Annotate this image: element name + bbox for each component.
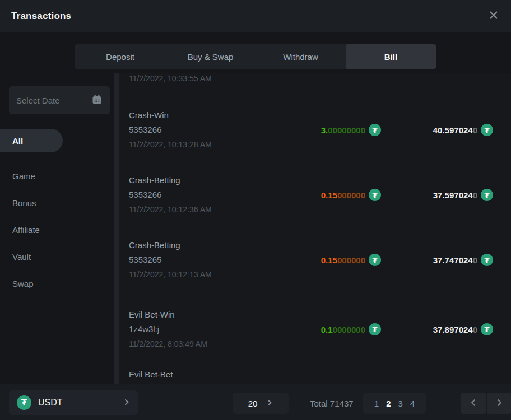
filter-sidebar: Select Date All Game Bonus Af xyxy=(0,73,114,384)
transaction-timestamp: 11/2/2022, 10:12:36 AM xyxy=(129,202,212,217)
transaction-row: Crash-Betting 5353265 11/2/2022, 10:12:1… xyxy=(119,238,511,282)
page-size-value: 20 xyxy=(248,399,258,408)
transaction-timestamp: 11/2/2022, 10:13:28 AM xyxy=(129,137,212,152)
currency-label: USDT xyxy=(38,398,123,408)
amount-significant: 3. xyxy=(321,125,328,135)
transaction-id: 5353265 xyxy=(129,253,161,267)
transaction-amount: 0.15000000 ₮ xyxy=(321,253,381,267)
sidebar-item-swap[interactable]: Swap xyxy=(0,270,114,297)
transaction-amount: 0.15000000 ₮ xyxy=(321,188,381,202)
amount-significant: 0.15 xyxy=(321,255,337,265)
sidebar-item-game[interactable]: Game xyxy=(0,162,114,189)
tether-icon: ₮ xyxy=(369,254,381,266)
balance-trailing-zeros: 0 xyxy=(473,325,477,334)
amount-trailing-zeros: 000000 xyxy=(337,190,365,200)
transaction-type-label: Evil Bet-Win xyxy=(129,307,175,322)
tether-icon: ₮ xyxy=(481,254,493,266)
tab-bill[interactable]: Bill xyxy=(346,44,436,69)
tether-icon: ₮ xyxy=(369,189,381,201)
close-button[interactable] xyxy=(486,8,501,23)
sidebar-item-affiliate[interactable]: Affiliate xyxy=(0,216,114,243)
tab-section: Deposit Buy & Swap Withdraw Bill xyxy=(0,32,511,73)
list-scrollbar[interactable] xyxy=(114,73,119,384)
select-date-label: Select Date xyxy=(16,96,91,105)
balance-significant: 40.597024 xyxy=(433,125,473,135)
transaction-time: 11/2/2022, 10:33:55 AM xyxy=(129,73,212,83)
account-balance: 40.5970240 ₮ xyxy=(433,123,493,137)
tab-deposit[interactable]: Deposit xyxy=(75,44,165,69)
currency-selector[interactable]: ₮ USDT xyxy=(9,390,138,415)
modal-header: Transactions xyxy=(0,0,511,32)
chevron-right-icon xyxy=(266,399,273,408)
transaction-list[interactable]: 11/2/2022, 10:33:55 AM Crash-Win 5353266… xyxy=(119,73,511,384)
tether-icon: ₮ xyxy=(369,323,381,335)
sidebar-item-vault[interactable]: Vault xyxy=(0,243,114,270)
account-balance: 37.7470240 ₮ xyxy=(433,253,493,267)
transaction-amount: 0.10000000 ₮ xyxy=(321,322,381,337)
balance-trailing-zeros: 0 xyxy=(473,190,477,200)
transaction-type-label: Crash-Betting xyxy=(129,238,180,253)
balance-significant: 37.597024 xyxy=(433,190,473,200)
transaction-id: 5353266 xyxy=(129,188,161,202)
tether-icon: ₮ xyxy=(369,124,381,136)
balance-significant: 37.747024 xyxy=(433,255,473,265)
account-balance: 37.8970240 ₮ xyxy=(433,322,493,337)
transactions-modal: Transactions Deposit Buy & Swap Withdraw… xyxy=(0,0,511,420)
transaction-row: Crash-Betting 5353266 11/2/2022, 10:12:3… xyxy=(119,173,511,217)
page-button-3[interactable]: 3 xyxy=(398,399,403,408)
sidebar-item-all[interactable]: All xyxy=(0,129,63,152)
transaction-row: Evil Bet-Win 1z4w3l:j 11/2/2022, 8:03:49… xyxy=(119,307,511,351)
chevron-right-icon xyxy=(123,399,130,407)
sidebar-item-label: All xyxy=(12,136,23,146)
tether-icon: ₮ xyxy=(481,189,493,201)
tether-icon: ₮ xyxy=(17,395,31,410)
chevron-right-icon xyxy=(495,399,503,408)
page-button-1[interactable]: 1 xyxy=(374,399,379,408)
next-page-button[interactable] xyxy=(487,393,511,414)
account-balance: 37.5970240 ₮ xyxy=(433,188,493,202)
transaction-id: 5353266 xyxy=(129,123,161,137)
transaction-row: Crash-Win 5353266 11/2/2022, 10:13:28 AM… xyxy=(119,108,511,152)
tab-buy-swap[interactable]: Buy & Swap xyxy=(165,44,256,69)
balance-significant: 37.897024 xyxy=(433,325,473,334)
transaction-id: 1z4w3l:j xyxy=(129,322,159,337)
calendar-icon xyxy=(91,94,103,107)
tab-bar: Deposit Buy & Swap Withdraw Bill xyxy=(75,44,436,69)
amount-trailing-zeros: 000000 xyxy=(337,255,365,265)
transaction-timestamp: 11/2/2022, 10:12:13 AM xyxy=(129,267,212,282)
tether-icon: ₮ xyxy=(481,124,493,136)
modal-title: Transactions xyxy=(11,0,71,32)
amount-significant: 0.1 xyxy=(321,325,333,334)
amount-significant: 0.15 xyxy=(321,190,337,200)
content-area: Select Date All Game Bonus Af xyxy=(0,73,511,384)
close-icon xyxy=(489,10,499,22)
page-button-4[interactable]: 4 xyxy=(410,399,415,408)
transaction-type-label: Evil Bet-Bet xyxy=(129,369,173,380)
page-button-2[interactable]: 2 xyxy=(386,399,391,408)
previous-page-button[interactable] xyxy=(461,393,486,414)
amount-trailing-zeros: 00000000 xyxy=(328,125,365,135)
select-date-button[interactable]: Select Date xyxy=(9,86,110,114)
balance-trailing-zeros: 0 xyxy=(473,255,477,265)
modal-footer: ₮ USDT 20 Total 71437 1 2 3 4 xyxy=(0,384,511,420)
transaction-amount: 3.00000000 ₮ xyxy=(321,123,381,137)
tether-icon: ₮ xyxy=(481,323,493,335)
transaction-timestamp: 11/2/2022, 8:03:49 AM xyxy=(129,337,207,351)
tab-withdraw[interactable]: Withdraw xyxy=(256,44,346,69)
transaction-type-label: Crash-Win xyxy=(129,108,169,123)
transaction-type-label: Crash-Betting xyxy=(129,173,180,188)
chevron-left-icon xyxy=(470,399,477,408)
filter-nav: All Game Bonus Affiliate Vault Swap xyxy=(0,129,114,297)
pagination: 1 2 3 4 xyxy=(363,393,426,414)
total-count-label: Total 71437 xyxy=(310,393,354,414)
page-size-selector[interactable]: 20 xyxy=(233,393,289,414)
sidebar-item-bonus[interactable]: Bonus xyxy=(0,189,114,216)
balance-trailing-zeros: 0 xyxy=(473,125,477,135)
amount-trailing-zeros: 0000000 xyxy=(333,325,365,334)
